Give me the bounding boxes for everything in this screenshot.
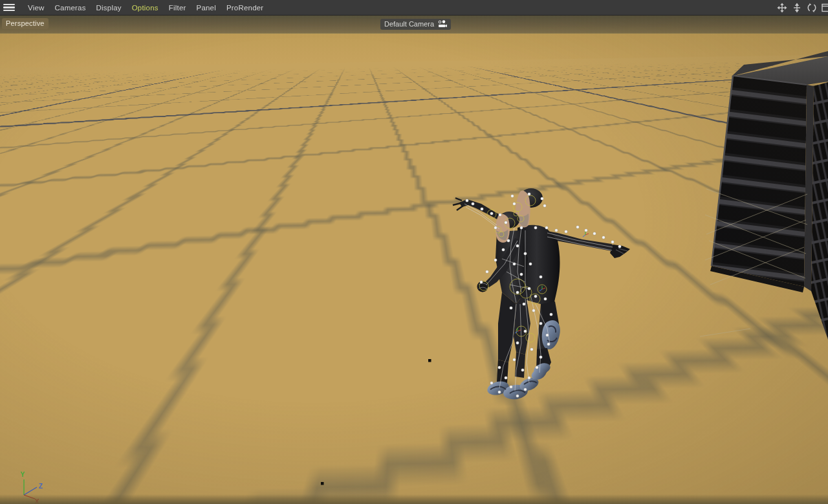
axis-x-label: X: [35, 498, 39, 504]
hamburger-icon[interactable]: [3, 4, 15, 12]
axis-z-label: Z: [39, 483, 43, 490]
menu-item-prorender[interactable]: ProRender: [221, 4, 268, 12]
floor-marker-objects[interactable]: [321, 359, 431, 485]
mocap-characters[interactable]: [453, 188, 630, 401]
camera-icon: [437, 20, 447, 28]
viewport-3d[interactable]: Y Z X Perspective Default Camera: [0, 15, 828, 504]
camera-name-label: Default Camera: [380, 19, 451, 30]
rotate-view-icon[interactable]: [807, 3, 817, 13]
pan-view-icon[interactable]: [777, 3, 787, 13]
axis-gizmo: Y Z X: [21, 471, 43, 504]
grandstand-object[interactable]: [700, 51, 828, 340]
menu-item-options[interactable]: Options: [127, 4, 164, 12]
menu-item-display[interactable]: Display: [91, 4, 127, 12]
menu-item-cameras[interactable]: Cameras: [50, 4, 91, 12]
view-tools: [777, 0, 828, 15]
scene-overlay: Y Z X: [0, 15, 828, 504]
camera-name-text: Default Camera: [384, 20, 434, 28]
menu-item-panel[interactable]: Panel: [191, 4, 221, 12]
dolly-view-icon[interactable]: [792, 3, 802, 13]
menu-item-filter[interactable]: Filter: [164, 4, 191, 12]
axis-y-label: Y: [21, 471, 25, 478]
toggle-view-icon[interactable]: [822, 3, 828, 13]
view-name-label: Perspective: [2, 18, 49, 29]
menu-item-view[interactable]: View: [23, 4, 50, 12]
menu-bar: View Cameras Display Options Filter Pane…: [0, 0, 828, 16]
